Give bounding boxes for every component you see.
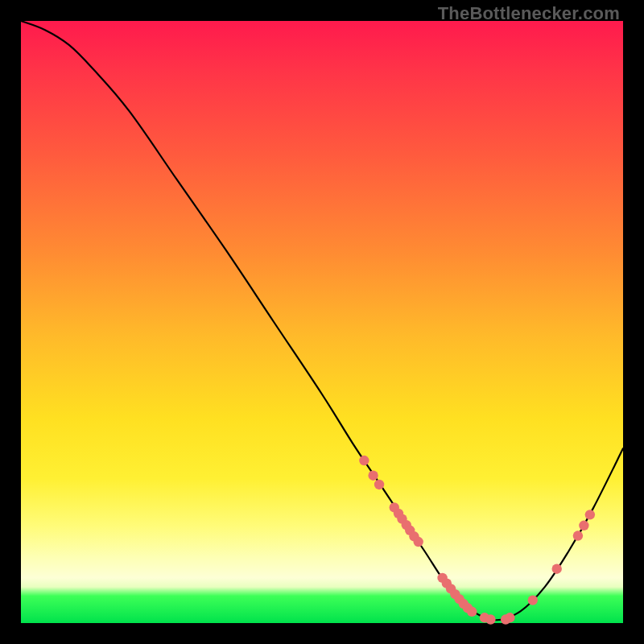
data-marker (368, 471, 378, 481)
data-marker (485, 614, 495, 624)
watermark-text: TheBottlenecker.com (438, 3, 620, 24)
data-marker (579, 521, 588, 530)
data-marker (413, 537, 423, 547)
data-marker (552, 564, 562, 573)
chart-frame (21, 21, 623, 623)
data-marker (528, 595, 538, 605)
data-marker (505, 613, 514, 622)
data-marker (467, 607, 477, 617)
data-marker (374, 480, 384, 489)
chart-svg (21, 21, 623, 623)
data-marker (359, 456, 369, 465)
data-marker (585, 510, 595, 519)
data-markers (359, 456, 595, 625)
bottleneck-curve (21, 21, 623, 620)
data-marker (573, 530, 583, 540)
